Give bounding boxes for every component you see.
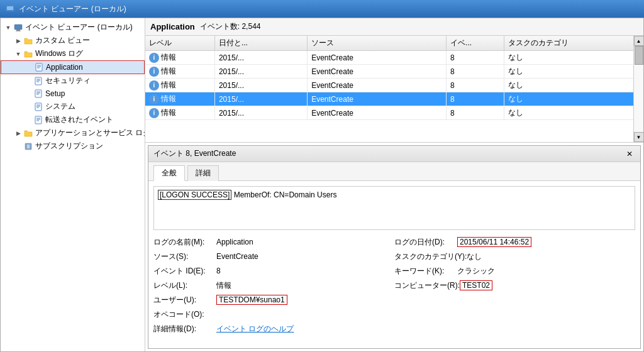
sidebar-item-subscriptions[interactable]: ▶ サブスクリプション — [1, 140, 145, 153]
sidebar-item-custom[interactable]: ▶ カスタム ビュー — [1, 34, 145, 47]
expand-root[interactable]: ▼ — [3, 23, 13, 33]
computer-label: コンピューター(R): — [394, 280, 460, 291]
sidebar-label-setup: Setup — [45, 89, 65, 98]
field-detail-info: 詳細情報(D): イベント ログのヘルプ — [153, 322, 394, 336]
expand-custom[interactable]: ▶ — [13, 36, 23, 46]
cell-category: なし — [504, 106, 643, 120]
sidebar-item-forwarded[interactable]: ▶ 転送されたイベント — [1, 113, 145, 126]
cell-date: 2015/... — [214, 51, 307, 65]
sidebar-label-winlogs: Windows ログ — [35, 48, 83, 59]
sidebar-item-system[interactable]: ▶ システム — [1, 100, 145, 113]
scroll-thumb[interactable] — [635, 46, 643, 65]
cell-id: 8 — [447, 51, 504, 65]
col-level[interactable]: レベル — [145, 36, 214, 51]
col-eventid[interactable]: イベ... — [447, 36, 504, 51]
log-date-value: 2015/06/11 14:46:52 — [457, 237, 531, 247]
table-row[interactable]: i 情報2015/...EventCreate8なし — [145, 79, 643, 92]
table-row[interactable]: i 情報2015/...EventCreate8なし — [145, 65, 643, 79]
log-icon-setup — [33, 89, 43, 99]
svg-rect-9 — [35, 77, 42, 85]
cell-level: i 情報 — [145, 79, 214, 92]
cell-source: EventCreate — [308, 51, 447, 65]
tab-general[interactable]: 全般 — [153, 165, 185, 181]
log-name-value: Application — [216, 238, 253, 246]
expand-appservices[interactable]: ▶ — [13, 128, 23, 138]
event-id-label: イベント ID(E): — [153, 266, 216, 277]
table-scrollbar[interactable]: ▲ ▼ — [633, 36, 643, 142]
svg-rect-2 — [14, 25, 22, 30]
cell-level: i 情報 — [145, 65, 214, 79]
keywords-label: キーワード(K): — [394, 266, 457, 277]
event-list-title: Application — [150, 22, 195, 31]
info-icon: i — [149, 67, 159, 77]
detail-title: イベント 8, EventCreate — [153, 148, 236, 159]
table-row[interactable]: i 情報2015/...EventCreate8なし — [145, 92, 643, 106]
source-label: ソース(S): — [153, 251, 216, 262]
sidebar-label-custom: カスタム ビュー — [35, 35, 90, 46]
sidebar: ▼ イベント ビューアー (ローカル) ▶ カスタム ビュー ▼ Windows… — [1, 18, 145, 351]
svg-rect-13 — [35, 90, 42, 97]
cell-category: なし — [504, 51, 643, 65]
logon-success-tag: [LOGON SUCCESS] — [158, 190, 231, 200]
field-log-date: ログの日付(D): 2015/06/11 14:46:52 — [394, 235, 635, 250]
field-keywords: キーワード(K): クラシック — [394, 264, 635, 278]
task-category-value: なし — [467, 251, 482, 262]
event-count: イベント数: 2,544 — [200, 21, 261, 32]
detail-left-col: ログの名前(M): Application ソース(S): EventCreat… — [153, 235, 394, 336]
sidebar-item-security[interactable]: ▶ セキュリティ — [1, 74, 145, 87]
source-value: EventCreate — [216, 252, 258, 261]
log-icon-application — [34, 62, 44, 72]
cell-date: 2015/... — [214, 65, 307, 79]
field-level: レベル(L): 情報 — [153, 278, 394, 293]
expand-winlogs[interactable]: ▼ — [13, 49, 23, 59]
sidebar-item-setup[interactable]: ▶ Setup — [1, 87, 145, 100]
detail-info-label: 詳細情報(D): — [153, 324, 216, 334]
titlebar-icon — [5, 3, 15, 15]
tab-detail[interactable]: 詳細 — [187, 165, 219, 181]
col-category[interactable]: タスクのカテゴリ — [504, 36, 643, 51]
field-event-id: イベント ID(E): 8 — [153, 264, 394, 278]
log-date-label: ログの日付(D): — [394, 237, 457, 248]
detail-message-rest: MemberOf: CN=Domain Users — [231, 190, 336, 199]
svg-rect-21 — [35, 116, 42, 124]
svg-rect-17 — [35, 103, 42, 111]
cell-category: なし — [504, 65, 643, 79]
event-id-value: 8 — [216, 267, 221, 275]
log-name-label: ログの名前(M): — [153, 237, 216, 248]
sidebar-item-root[interactable]: ▼ イベント ビューアー (ローカル) — [1, 21, 145, 34]
info-icon: i — [149, 53, 159, 63]
detail-header: イベント 8, EventCreate ✕ — [148, 146, 640, 162]
scroll-down-btn[interactable]: ▼ — [634, 132, 644, 142]
sidebar-label-subscriptions: サブスクリプション — [35, 141, 103, 151]
user-value: TESTDOM¥sunao1 — [216, 295, 287, 305]
sidebar-item-appservices[interactable]: ▶ アプリケーションとサービス ログ — [1, 126, 145, 140]
col-source[interactable]: ソース — [308, 36, 447, 51]
titlebar-title: イベント ビューアー (ローカル) — [19, 4, 126, 14]
detail-info-link[interactable]: イベント ログのヘルプ — [216, 324, 294, 334]
table-row[interactable]: i 情報2015/...EventCreate8なし — [145, 106, 643, 120]
info-icon: i — [149, 108, 159, 118]
log-icon-security — [33, 76, 43, 86]
sidebar-item-winlogs[interactable]: ▼ Windows ログ — [1, 47, 145, 60]
svg-rect-5 — [36, 63, 42, 71]
info-icon: i — [149, 80, 159, 91]
col-date[interactable]: 日付と... — [214, 36, 307, 51]
sidebar-item-application[interactable]: ▶ Application — [1, 60, 145, 74]
level-value: 情報 — [216, 280, 231, 291]
main-container: ▼ イベント ビューアー (ローカル) ▶ カスタム ビュー ▼ Windows… — [0, 18, 644, 352]
sidebar-label-system: システム — [45, 101, 75, 112]
cell-source: EventCreate — [308, 106, 447, 120]
cell-source: EventCreate — [308, 79, 447, 92]
field-log-name: ログの名前(M): Application — [153, 235, 394, 250]
scroll-up-btn[interactable]: ▲ — [634, 36, 644, 46]
detail-close-button[interactable]: ✕ — [624, 150, 635, 158]
scroll-track[interactable] — [634, 46, 643, 132]
event-list-header: Application イベント数: 2,544 — [145, 18, 643, 36]
table-row[interactable]: i 情報2015/...EventCreate8なし — [145, 51, 643, 65]
log-icon-system — [33, 102, 43, 112]
detail-message-area: [LOGON SUCCESS] MemberOf: CN=Domain User… — [153, 186, 635, 230]
subscription-icon — [23, 141, 33, 151]
task-category-label: タスクのカテゴリ(Y): — [394, 251, 467, 262]
field-user: ユーザー(U): TESTDOM¥sunao1 — [153, 293, 394, 307]
level-label: レベル(L): — [153, 280, 216, 291]
